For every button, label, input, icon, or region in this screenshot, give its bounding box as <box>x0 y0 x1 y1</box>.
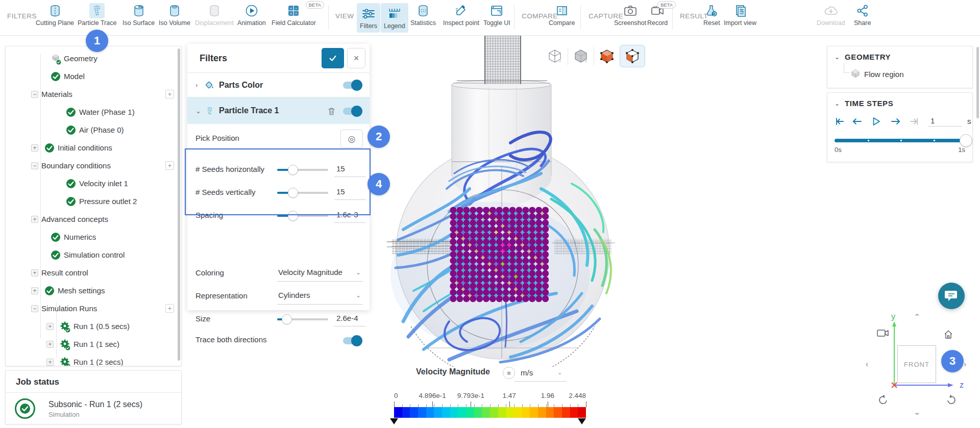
play-button[interactable] <box>870 115 883 128</box>
trace-both-directions-toggle[interactable] <box>343 337 361 344</box>
expand-toggle[interactable]: + <box>31 269 38 276</box>
camera-view-icon[interactable] <box>877 329 889 338</box>
orbit-left-button[interactable]: ‹ <box>866 360 868 369</box>
spacing-slider-thumb[interactable] <box>288 211 298 221</box>
chevron-right-icon[interactable]: › <box>195 81 203 89</box>
time-slider[interactable] <box>835 139 966 142</box>
size-slider[interactable] <box>277 318 328 320</box>
spacing-slider[interactable] <box>277 215 328 217</box>
skip-to-end-button[interactable] <box>908 115 920 128</box>
expand-toggle[interactable]: + <box>46 359 54 366</box>
skip-to-start-button[interactable] <box>834 115 846 128</box>
step-back-button[interactable] <box>851 115 863 128</box>
tree-item-boundary-conditions[interactable]: −Boundary conditions+ <box>6 157 181 174</box>
delete-icon[interactable] <box>327 107 336 116</box>
tree-item-pressure-outlet-2[interactable]: Pressure outlet 2 <box>6 192 181 210</box>
seeds-vertically-slider-thumb[interactable] <box>288 188 298 198</box>
toolbar-item-toggle-ui[interactable]: Toggle UI <box>483 3 510 27</box>
toolbar-item-screenshot[interactable]: Screenshot <box>614 3 646 27</box>
representation-select[interactable]: Cylinders <box>278 291 310 299</box>
toolbar-item-compare[interactable]: Compare <box>549 3 575 27</box>
legend-unit-select[interactable]: m/s <box>521 368 533 377</box>
mode-volume-button[interactable] <box>620 45 645 67</box>
tree-item-advanced-concepts[interactable]: +Advanced concepts <box>6 210 181 228</box>
chevron-down-icon[interactable]: ⌄ <box>557 369 562 376</box>
toolbar-item-import-view[interactable]: Import view <box>724 3 756 27</box>
seeds-horizontally-slider[interactable] <box>277 169 328 171</box>
tree-item-run-1-0-5-secs[interactable]: +Run 1 (0.5 secs) <box>6 317 181 335</box>
collapse-toggle[interactable]: − <box>31 91 38 98</box>
legend-range-marker-max[interactable] <box>578 418 586 424</box>
seeds-horizontally-slider-thumb[interactable] <box>288 165 298 175</box>
tree-scrollbar[interactable] <box>178 48 180 361</box>
rotate-cw-icon[interactable] <box>945 394 957 405</box>
spacing-value[interactable]: 1.6e-3 <box>336 210 358 219</box>
tree-item-run-1-2-secs[interactable]: +Run 1 (2 secs) <box>6 353 181 366</box>
expand-toggle[interactable]: + <box>31 144 38 152</box>
seeds-vertically-slider[interactable] <box>277 192 328 194</box>
seeds-vertically-value[interactable]: 15 <box>336 187 345 196</box>
expand-toggle[interactable]: + <box>31 216 38 223</box>
toolbar-item-field-calculator[interactable]: +−×=Field CalculatorBETA <box>272 3 316 27</box>
tree-item-simulation-control[interactable]: Simulation control <box>6 246 181 264</box>
tree-item-run-1-1-sec[interactable]: +Run 1 (1 sec) <box>6 335 181 353</box>
toolbar-item-record[interactable]: RecordBETA <box>647 3 668 27</box>
pick-position-button[interactable]: ◎ <box>340 130 363 148</box>
chevron-down-icon[interactable]: ⌄ <box>356 292 361 299</box>
parts-color-toggle[interactable] <box>343 82 361 89</box>
tree-item-water-phase-1[interactable]: Water (Phase 1) <box>6 103 181 121</box>
collapse-toggle[interactable]: − <box>31 162 38 169</box>
time-slider-thumb[interactable] <box>960 134 972 147</box>
toolbar-item-legend[interactable]: Legend <box>381 3 408 33</box>
chat-support-button[interactable] <box>938 283 965 309</box>
filter-row-particle-trace[interactable]: ⌄ Particle Trace 1 <box>187 97 370 124</box>
mode-solid-button[interactable] <box>568 45 594 67</box>
expand-toggle[interactable]: + <box>46 323 54 330</box>
toolbar-item-inspect-point[interactable]: Inspect point <box>443 3 479 27</box>
close-button[interactable]: × <box>347 48 365 68</box>
geometry-panel-header[interactable]: ⌄ GEOMETRY <box>835 53 891 61</box>
orbit-down-button[interactable]: ⌄ <box>914 407 920 417</box>
home-view-icon[interactable] <box>943 330 953 340</box>
size-slider-thumb[interactable] <box>282 314 292 324</box>
tree-item-initial-conditions[interactable]: +Initial conditions <box>6 139 181 157</box>
tree-item-result-control[interactable]: +Result control <box>6 264 181 282</box>
legend-menu-button[interactable]: ≡ <box>503 367 515 379</box>
chevron-down-icon[interactable]: ⌄ <box>835 54 840 61</box>
coloring-select[interactable]: Velocity Magnitude <box>278 268 342 276</box>
apply-button[interactable] <box>322 48 344 68</box>
step-forward-button[interactable] <box>890 115 902 128</box>
toolbar-item-statistics[interactable]: Statistics <box>410 3 436 27</box>
add-item-button[interactable]: + <box>165 90 174 98</box>
filter-row-parts-color[interactable]: › Parts Color <box>187 73 370 97</box>
toolbar-item-share[interactable]: Share <box>854 3 871 27</box>
viewcube-front-face[interactable]: FRONT <box>897 345 936 383</box>
expand-toggle[interactable]: + <box>31 287 38 294</box>
orbit-right-button[interactable]: › <box>964 360 966 369</box>
tree-item-numerics[interactable]: Numerics <box>6 228 181 246</box>
right-panel-scrollbar[interactable] <box>976 47 979 118</box>
legend-range-marker-min[interactable] <box>390 418 398 424</box>
tree-item-geometry[interactable]: Geometry <box>6 49 181 67</box>
seeds-horizontally-value[interactable]: 15 <box>336 164 345 173</box>
orbit-up-button[interactable]: ⌃ <box>914 312 920 322</box>
size-value[interactable]: 2.6e-4 <box>336 314 358 322</box>
time-steps-header[interactable]: ⌄ TIME STEPS <box>835 99 893 108</box>
toolbar-item-reset[interactable]: Reset <box>703 3 720 27</box>
add-item-button[interactable]: + <box>165 304 174 313</box>
rotate-ccw-icon[interactable] <box>878 394 889 405</box>
toolbar-item-filters[interactable]: Filters <box>357 3 380 33</box>
toolbar-item-iso-surface[interactable]: Iso Surface <box>122 3 155 27</box>
collapse-toggle[interactable]: − <box>31 305 38 312</box>
toolbar-item-particle-trace[interactable]: Particle Trace <box>78 3 116 27</box>
flow-region-row[interactable]: Flow region <box>827 67 972 83</box>
tree-item-air-phase-0[interactable]: Air (Phase 0) <box>6 121 181 139</box>
chevron-down-icon[interactable]: ⌄ <box>356 269 361 276</box>
tree-item-model[interactable]: Model <box>6 67 181 85</box>
time-value-input[interactable]: 1 <box>928 115 962 127</box>
job-run-name[interactable]: Subsonic - Run 1 (2 secs) <box>48 400 142 409</box>
tree-item-simulation-runs[interactable]: −Simulation Runs+ <box>6 299 181 317</box>
particle-trace-toggle[interactable] <box>343 108 361 115</box>
tree-item-mesh-settings[interactable]: +Mesh settings <box>6 282 181 299</box>
chevron-down-icon[interactable]: ⌄ <box>195 107 203 115</box>
